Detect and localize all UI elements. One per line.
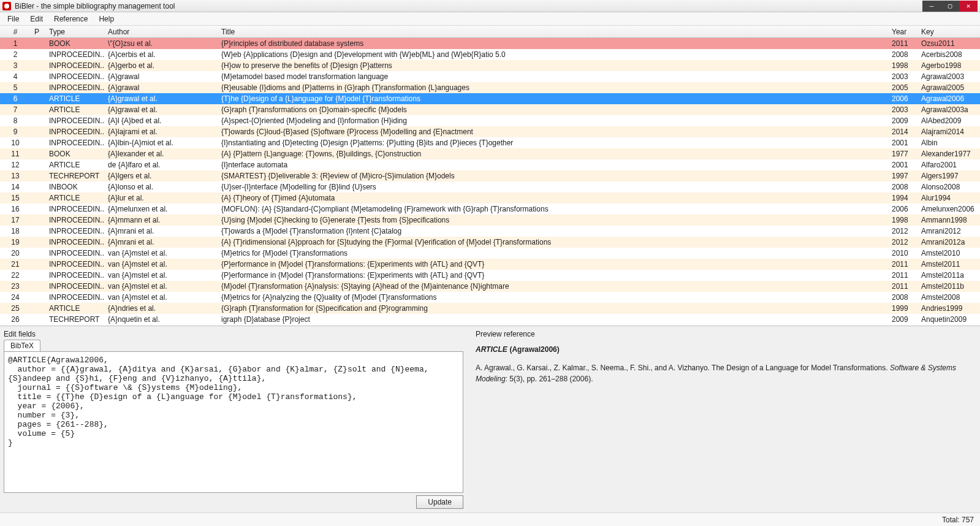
cell-num: 7 bbox=[0, 104, 31, 115]
table-row[interactable]: 23INPROCEEDIN...van {A}mstel et al.{M}od… bbox=[0, 281, 980, 292]
cell-p bbox=[31, 170, 45, 181]
col-year[interactable]: Year bbox=[888, 26, 917, 37]
col-key[interactable]: Key bbox=[917, 26, 980, 37]
tab-bibtex[interactable]: BibTeX bbox=[4, 340, 40, 351]
close-button[interactable]: ✕ bbox=[959, 1, 978, 12]
update-button[interactable]: Update bbox=[416, 495, 463, 509]
cell-num: 5 bbox=[0, 82, 31, 93]
cell-title: {SMARTEST} {D}eliverable 3: {R}eview of … bbox=[218, 170, 888, 181]
table-row[interactable]: 11BOOK{A}lexander et al.{A} {P}attern {L… bbox=[0, 148, 980, 159]
cell-type: TECHREPORT bbox=[45, 314, 104, 325]
cell-title: {T}owards a {M}odel {T}ransformation {I}… bbox=[218, 226, 888, 237]
cell-auth: {A}cerbis et al. bbox=[104, 49, 218, 60]
cell-num: 6 bbox=[0, 93, 31, 104]
cell-key: Amstel2010 bbox=[917, 248, 980, 259]
cell-auth: {A}lbin-{A}miot et al. bbox=[104, 137, 218, 148]
cell-p bbox=[31, 104, 45, 115]
statusbar: Total: 757 bbox=[0, 513, 980, 526]
cell-num: 16 bbox=[0, 204, 31, 215]
cell-key: Amrani2012 bbox=[917, 226, 980, 237]
table-row[interactable]: 25ARTICLE{A}ndries et al.{G}raph {T}rans… bbox=[0, 303, 980, 314]
table-row[interactable]: 14INBOOK{A}lonso et al.{U}ser-{I}nterfac… bbox=[0, 181, 980, 192]
menu-reference[interactable]: Reference bbox=[49, 13, 93, 25]
cell-key: Amstel2008 bbox=[917, 292, 980, 303]
cell-title: {M}etrics for {M}odel {T}ransformations bbox=[218, 248, 888, 259]
table-row[interactable]: 3INPROCEEDIN...{A}gerbo et al.{H}ow to p… bbox=[0, 60, 980, 71]
table-row[interactable]: 10INPROCEEDIN...{A}lbin-{A}miot et al.{I… bbox=[0, 137, 980, 148]
table-row[interactable]: 19INPROCEEDIN...{A}mrani et al.{A} {T}ri… bbox=[0, 237, 980, 248]
cell-year: 2008 bbox=[888, 292, 917, 303]
cell-num: 2 bbox=[0, 49, 31, 60]
cell-year: 1999 bbox=[888, 303, 917, 314]
table-row[interactable]: 13TECHREPORT{A}lgers et al.{SMARTEST} {D… bbox=[0, 170, 980, 181]
maximize-button[interactable]: ▢ bbox=[941, 1, 959, 12]
table-row[interactable]: 17INPROCEEDIN...{A}mmann et al.{U}sing {… bbox=[0, 215, 980, 226]
table-row[interactable]: 2INPROCEEDIN...{A}cerbis et al.{W}eb {A}… bbox=[0, 49, 980, 60]
table-row[interactable]: 9INPROCEEDIN...{A}lajrami et al.{T}oward… bbox=[0, 126, 980, 137]
cell-title: {G}raph {T}ransformation for {S}pecifica… bbox=[218, 303, 888, 314]
reference-table[interactable]: # P Type Author Title Year Key 1BOOK\"{O… bbox=[0, 26, 980, 326]
col-num[interactable]: # bbox=[0, 26, 31, 37]
table-row[interactable]: 21INPROCEEDIN...van {A}mstel et al.{P}er… bbox=[0, 259, 980, 270]
col-author[interactable]: Author bbox=[104, 26, 218, 37]
cell-title: {A} {T}ridimensional {A}pproach for {S}t… bbox=[218, 237, 888, 248]
table-row[interactable]: 22INPROCEEDIN...van {A}mstel et al.{P}er… bbox=[0, 270, 980, 281]
cell-num: 20 bbox=[0, 248, 31, 259]
cell-auth: de {A}lfaro et al. bbox=[104, 159, 218, 170]
cell-type: ARTICLE bbox=[45, 159, 104, 170]
cell-key: Agerbo1998 bbox=[917, 60, 980, 71]
table-row[interactable]: 16INPROCEEDIN...{A}melunxen et al.{MOFLO… bbox=[0, 204, 980, 215]
cell-year: 2011 bbox=[888, 270, 917, 281]
cell-year: 2012 bbox=[888, 237, 917, 248]
cell-year: 2012 bbox=[888, 226, 917, 237]
cell-p bbox=[31, 38, 45, 49]
cell-title: {A}spect-{O}riented {M}odeling and {I}nf… bbox=[218, 115, 888, 126]
minimize-button[interactable]: — bbox=[922, 1, 941, 12]
cell-auth: {A}lajrami et al. bbox=[104, 126, 218, 137]
table-row[interactable]: 1BOOK\"{O}zsu et al.{P}rinciples of dist… bbox=[0, 38, 980, 49]
cell-year: 1998 bbox=[888, 60, 917, 71]
table-row[interactable]: 5INPROCEEDIN...{A}grawal{R}eusable {I}di… bbox=[0, 82, 980, 93]
cell-type: INPROCEEDIN... bbox=[45, 82, 104, 93]
table-row[interactable]: 18INPROCEEDIN...{A}mrani et al.{T}owards… bbox=[0, 226, 980, 237]
menu-file[interactable]: File bbox=[2, 13, 24, 25]
table-row[interactable]: 24INPROCEEDIN...van {A}mstel et al.{M}et… bbox=[0, 292, 980, 303]
table-row[interactable]: 7ARTICLE{A}grawal et al.{G}raph {T}ransf… bbox=[0, 104, 980, 115]
cell-p bbox=[31, 270, 45, 281]
cell-type: INPROCEEDIN... bbox=[45, 270, 104, 281]
cell-type: INPROCEEDIN... bbox=[45, 237, 104, 248]
cell-p bbox=[31, 115, 45, 126]
col-p[interactable]: P bbox=[31, 26, 45, 37]
preview-tail: : 5(3), pp. 261–288 (2006). bbox=[506, 375, 593, 383]
table-row[interactable]: 20INPROCEEDIN...van {A}mstel et al.{M}et… bbox=[0, 248, 980, 259]
cell-p bbox=[31, 71, 45, 82]
table-row[interactable]: 26TECHREPORT{A}nquetin et al.igraph {D}a… bbox=[0, 314, 980, 325]
menu-help[interactable]: Help bbox=[94, 13, 119, 25]
menubar: File Edit Reference Help bbox=[0, 12, 980, 26]
table-row[interactable]: 4INPROCEEDIN...{A}grawal{M}etamodel base… bbox=[0, 71, 980, 82]
cell-p bbox=[31, 292, 45, 303]
table-row[interactable]: 6ARTICLE{A}grawal et al.{T}he {D}esign o… bbox=[0, 93, 980, 104]
cell-title: {G}raph {T}ransformations on {D}omain-sp… bbox=[218, 104, 888, 115]
cell-key: Alonso2008 bbox=[917, 181, 980, 192]
cell-type: INPROCEEDIN... bbox=[45, 292, 104, 303]
col-type[interactable]: Type bbox=[45, 26, 104, 37]
cell-p bbox=[31, 126, 45, 137]
cell-key: Acerbis2008 bbox=[917, 49, 980, 60]
table-row[interactable]: 15ARTICLE{A}lur et al.{A} {T}heory of {T… bbox=[0, 192, 980, 204]
menu-edit[interactable]: Edit bbox=[25, 13, 48, 25]
cell-type: INPROCEEDIN... bbox=[45, 71, 104, 82]
preview-type: ARTICLE bbox=[476, 345, 507, 354]
table-row[interactable]: 8INPROCEEDIN...{A}l {A}bed et al.{A}spec… bbox=[0, 115, 980, 126]
cell-num: 22 bbox=[0, 270, 31, 281]
col-title[interactable]: Title bbox=[218, 26, 888, 37]
bibtex-textarea[interactable] bbox=[4, 351, 463, 493]
cell-type: INPROCEEDIN... bbox=[45, 115, 104, 126]
cell-title: {U}sing {M}odel {C}hecking to {G}enerate… bbox=[218, 215, 888, 226]
cell-num: 19 bbox=[0, 237, 31, 248]
cell-num: 12 bbox=[0, 159, 31, 170]
cell-type: ARTICLE bbox=[45, 192, 104, 204]
cell-auth: van {A}mstel et al. bbox=[104, 259, 218, 270]
cell-title: {A} {T}heory of {T}imed {A}utomata bbox=[218, 192, 888, 204]
table-row[interactable]: 12ARTICLEde {A}lfaro et al.{I}nterface a… bbox=[0, 159, 980, 170]
